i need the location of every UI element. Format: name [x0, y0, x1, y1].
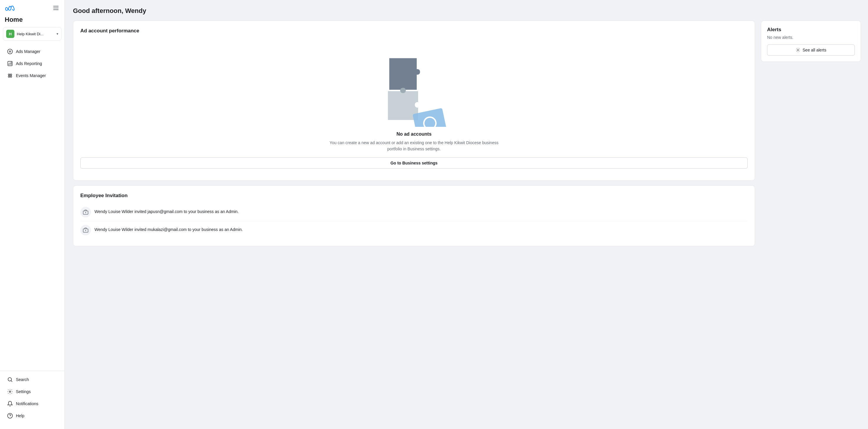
account-name: Help Kikwit Di... [17, 32, 54, 36]
ads-reporting-icon [7, 61, 13, 66]
account-selector[interactable]: H Help Kikwit Di... ▾ [3, 27, 62, 40]
main-content: Good afternoon, Wendy Ad account perform… [65, 0, 868, 429]
greeting: Good afternoon, Wendy [73, 7, 861, 15]
svg-point-14 [8, 377, 11, 381]
settings-icon [7, 389, 13, 395]
nav-section: Ads Manager Ads Reporting [0, 45, 64, 368]
search-icon [7, 377, 13, 382]
alerts-empty: No new alerts. [767, 35, 855, 40]
account-avatar: H [6, 30, 14, 38]
see-all-alerts-button[interactable]: See all alerts [767, 44, 855, 56]
svg-point-1 [9, 51, 11, 52]
sidebar-bottom: Search Settings Notifications He [0, 371, 64, 424]
content-layout: Ad account performance [73, 21, 861, 246]
help-label: Help [16, 413, 24, 418]
sidebar-header [0, 5, 64, 15]
ads-manager-icon [7, 49, 13, 55]
meta-logo-icon [5, 5, 15, 10]
chevron-down-icon: ▾ [57, 32, 58, 36]
see-all-alerts-label: See all alerts [803, 48, 827, 52]
svg-point-16 [9, 391, 11, 393]
alerts-panel: Alerts No new alerts. See all alerts [761, 21, 861, 62]
events-manager-label: Events Manager [16, 73, 46, 78]
no-accounts-desc: You can create a new ad account or add a… [329, 140, 499, 152]
svg-point-9 [10, 76, 12, 78]
ads-manager-label: Ads Manager [16, 49, 40, 54]
no-accounts-title: No ad accounts [396, 131, 431, 137]
sidebar-item-ads-manager[interactable]: Ads Manager [2, 45, 62, 57]
svg-point-6 [8, 74, 10, 75]
sidebar-item-help[interactable]: Help [2, 410, 62, 422]
svg-point-27 [797, 50, 799, 51]
svg-point-17 [8, 413, 13, 419]
employee-invitation-card: Employee Invitation Wendy Louise Wilder … [73, 185, 755, 246]
svg-point-0 [8, 49, 13, 54]
no-accounts-area: No ad accounts You can create a new ad a… [80, 38, 748, 173]
puzzle-illustration [373, 44, 455, 127]
help-icon [7, 413, 13, 419]
employee-invitation-title: Employee Invitation [80, 193, 748, 198]
go-to-business-settings-button[interactable]: Go to Business settings [80, 157, 748, 168]
settings-label: Settings [16, 389, 31, 394]
sidebar-item-notifications[interactable]: Notifications [2, 398, 62, 409]
sidebar-item-settings[interactable]: Settings [2, 386, 62, 398]
invitation-text-1: Wendy Louise Wilder invited japusn@gmail… [94, 207, 239, 215]
sidebar-item-ads-reporting[interactable]: Ads Reporting [2, 58, 62, 69]
sidebar-item-search[interactable]: Search [2, 374, 62, 386]
invitation-item: Wendy Louise Wilder invited japusn@gmail… [80, 203, 748, 221]
ad-performance-title: Ad account performance [80, 28, 748, 34]
invitation-icon-1 [80, 207, 91, 217]
svg-line-15 [11, 381, 12, 382]
meta-logo [5, 5, 15, 10]
alerts-title: Alerts [767, 27, 855, 33]
invitation-icon-2 [80, 225, 91, 235]
ads-reporting-label: Ads Reporting [16, 61, 42, 66]
hamburger-button[interactable] [52, 5, 60, 11]
notifications-label: Notifications [16, 401, 38, 406]
svg-point-8 [8, 76, 10, 78]
invitation-text-2: Wendy Louise Wilder invited mukalazi@gma… [94, 225, 243, 233]
svg-point-7 [10, 74, 12, 75]
search-label: Search [16, 377, 29, 382]
home-title: Home [0, 15, 64, 27]
sidebar-item-events-manager[interactable]: Events Manager [2, 70, 62, 82]
gear-icon [796, 48, 800, 52]
sidebar: Home H Help Kikwit Di... ▾ Ads Manager A… [0, 0, 65, 429]
events-manager-icon [7, 73, 13, 79]
notifications-icon [7, 401, 13, 407]
content-main: Ad account performance [73, 21, 755, 246]
ad-performance-card: Ad account performance [73, 21, 755, 181]
invitation-item-2: Wendy Louise Wilder invited mukalazi@gma… [80, 221, 748, 239]
